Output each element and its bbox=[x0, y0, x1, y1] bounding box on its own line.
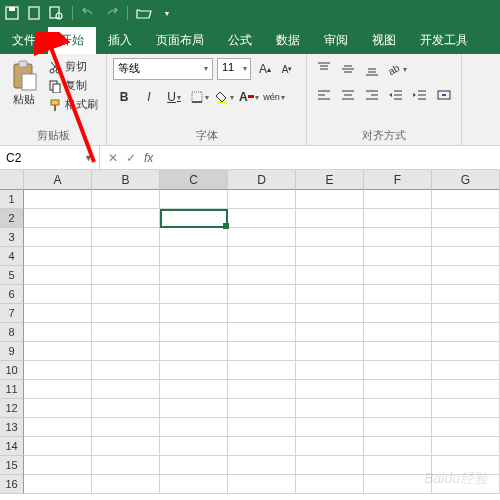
cell[interactable] bbox=[432, 304, 500, 323]
formula-input[interactable] bbox=[161, 146, 500, 169]
cell[interactable] bbox=[24, 323, 92, 342]
column-header[interactable]: B bbox=[92, 170, 160, 190]
cell[interactable] bbox=[296, 399, 364, 418]
save-icon[interactable] bbox=[4, 5, 20, 21]
cell[interactable] bbox=[24, 247, 92, 266]
open-icon[interactable] bbox=[136, 5, 152, 21]
cell[interactable] bbox=[296, 323, 364, 342]
column-header[interactable]: D bbox=[228, 170, 296, 190]
cell[interactable] bbox=[296, 380, 364, 399]
cell[interactable] bbox=[160, 228, 228, 247]
tab-view[interactable]: 视图 bbox=[360, 27, 408, 54]
cell[interactable] bbox=[296, 190, 364, 209]
cell[interactable] bbox=[92, 209, 160, 228]
cell[interactable] bbox=[228, 285, 296, 304]
cell[interactable] bbox=[24, 380, 92, 399]
name-box[interactable]: C2▼ bbox=[0, 146, 100, 169]
cell[interactable] bbox=[228, 437, 296, 456]
cell[interactable] bbox=[160, 361, 228, 380]
column-header[interactable]: A bbox=[24, 170, 92, 190]
copy-button[interactable]: 复制 bbox=[46, 77, 100, 94]
fill-color-button[interactable]: ▾ bbox=[213, 86, 235, 108]
align-top-icon[interactable] bbox=[313, 58, 335, 80]
cell[interactable] bbox=[364, 475, 432, 494]
preview-icon[interactable] bbox=[48, 5, 64, 21]
cell[interactable] bbox=[160, 399, 228, 418]
cell[interactable] bbox=[160, 456, 228, 475]
tab-file[interactable]: 文件 bbox=[0, 27, 48, 54]
cell[interactable] bbox=[92, 361, 160, 380]
tab-dev[interactable]: 开发工具 bbox=[408, 27, 480, 54]
cell[interactable] bbox=[364, 342, 432, 361]
cell[interactable] bbox=[432, 361, 500, 380]
underline-button[interactable]: U▾ bbox=[163, 86, 185, 108]
cell[interactable] bbox=[160, 266, 228, 285]
cell[interactable] bbox=[24, 304, 92, 323]
column-header[interactable]: G bbox=[432, 170, 500, 190]
cell[interactable] bbox=[92, 380, 160, 399]
cell[interactable] bbox=[432, 342, 500, 361]
cell[interactable] bbox=[24, 399, 92, 418]
font-size-select[interactable]: 11▾ bbox=[217, 58, 251, 80]
cell[interactable] bbox=[92, 399, 160, 418]
cell[interactable] bbox=[24, 228, 92, 247]
cell[interactable] bbox=[364, 361, 432, 380]
column-header[interactable]: F bbox=[364, 170, 432, 190]
row-header[interactable]: 5 bbox=[0, 266, 24, 285]
row-header[interactable]: 15 bbox=[0, 456, 24, 475]
cell[interactable] bbox=[92, 342, 160, 361]
cell[interactable] bbox=[160, 323, 228, 342]
cell[interactable] bbox=[432, 209, 500, 228]
cell[interactable] bbox=[228, 247, 296, 266]
cell[interactable] bbox=[432, 247, 500, 266]
increase-indent-icon[interactable] bbox=[409, 84, 431, 106]
tab-formulas[interactable]: 公式 bbox=[216, 27, 264, 54]
cell[interactable] bbox=[160, 247, 228, 266]
undo-icon[interactable] bbox=[81, 5, 97, 21]
row-header[interactable]: 8 bbox=[0, 323, 24, 342]
row-header[interactable]: 7 bbox=[0, 304, 24, 323]
cell[interactable] bbox=[160, 475, 228, 494]
cell[interactable] bbox=[296, 209, 364, 228]
row-header[interactable]: 3 bbox=[0, 228, 24, 247]
cell[interactable] bbox=[296, 304, 364, 323]
cell[interactable] bbox=[228, 399, 296, 418]
cell[interactable] bbox=[92, 247, 160, 266]
row-header[interactable]: 2 bbox=[0, 209, 24, 228]
cell[interactable] bbox=[24, 456, 92, 475]
cell[interactable] bbox=[296, 247, 364, 266]
cell[interactable] bbox=[92, 228, 160, 247]
row-header[interactable]: 10 bbox=[0, 361, 24, 380]
cell[interactable] bbox=[432, 266, 500, 285]
cell[interactable] bbox=[296, 228, 364, 247]
row-header[interactable]: 16 bbox=[0, 475, 24, 494]
cell[interactable] bbox=[24, 285, 92, 304]
cell[interactable] bbox=[432, 323, 500, 342]
cell[interactable] bbox=[364, 228, 432, 247]
cell[interactable] bbox=[296, 266, 364, 285]
tab-insert[interactable]: 插入 bbox=[96, 27, 144, 54]
cell[interactable] bbox=[228, 209, 296, 228]
fx-icon[interactable]: fx bbox=[144, 151, 153, 165]
cell[interactable] bbox=[432, 380, 500, 399]
align-bottom-icon[interactable] bbox=[361, 58, 383, 80]
cell[interactable] bbox=[296, 342, 364, 361]
row-header[interactable]: 13 bbox=[0, 418, 24, 437]
cell[interactable] bbox=[92, 285, 160, 304]
merge-button[interactable] bbox=[433, 84, 455, 106]
cell[interactable] bbox=[24, 418, 92, 437]
cell[interactable] bbox=[228, 342, 296, 361]
cell[interactable] bbox=[160, 304, 228, 323]
bold-button[interactable]: B bbox=[113, 86, 135, 108]
cell[interactable] bbox=[432, 285, 500, 304]
cell[interactable] bbox=[24, 475, 92, 494]
phonetic-button[interactable]: wén▾ bbox=[263, 86, 285, 108]
cell[interactable] bbox=[160, 209, 228, 228]
chevron-down-icon[interactable]: ▼ bbox=[84, 153, 93, 163]
row-header[interactable]: 4 bbox=[0, 247, 24, 266]
cell[interactable] bbox=[432, 228, 500, 247]
qat-more-icon[interactable]: ▾ bbox=[159, 5, 175, 21]
format-painter-button[interactable]: 格式刷 bbox=[46, 96, 100, 113]
cell[interactable] bbox=[160, 190, 228, 209]
column-header[interactable]: C bbox=[160, 170, 228, 190]
